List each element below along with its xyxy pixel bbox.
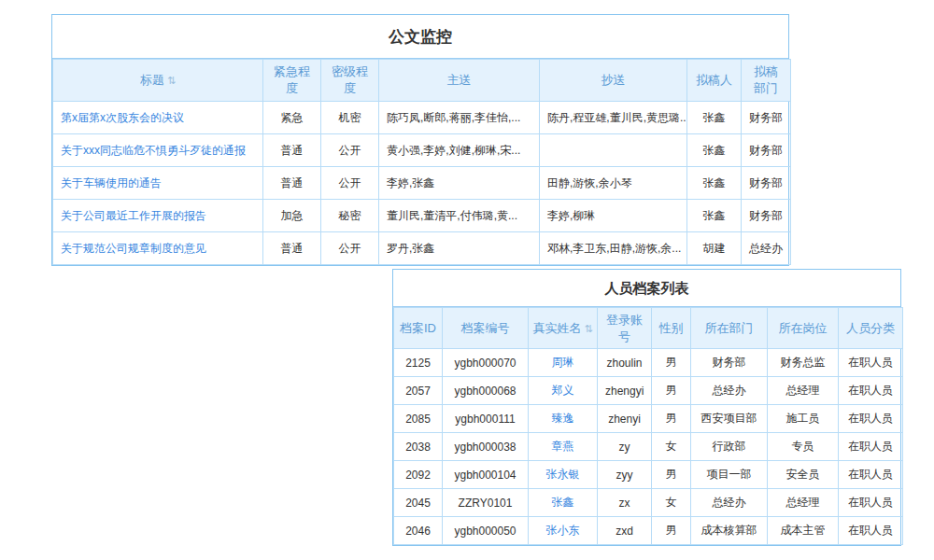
doc-table-row-cell-main_send: 董川民,董清平,付伟璐,黄... bbox=[379, 200, 540, 232]
personnel-col-category-label: 人员分类 bbox=[846, 321, 895, 335]
doc-table-head: 标题⇅ 紧急程度 密级程度 主送 抄送 拟稿人 拟稿部门 bbox=[53, 60, 791, 102]
personnel-table-row-cell-name: 张小东 bbox=[529, 517, 598, 545]
doc-monitor-panel: 公文监控 标题⇅ 紧急程度 密级程度 主送 抄送 拟稿人 拟稿部门 第x届第x次… bbox=[51, 14, 789, 266]
doc-table-row: 关于车辆使用的通告普通公开李婷,张鑫田静,游恢,余小琴张鑫财务部 bbox=[53, 167, 791, 200]
personnel-col-id: 档案ID bbox=[394, 308, 443, 349]
doc-title-link[interactable]: 关于车辆使用的通告 bbox=[61, 176, 162, 189]
personnel-table-row-cell-account: zyy bbox=[598, 461, 652, 489]
doc-title-link[interactable]: 关于xxx同志临危不惧勇斗歹徒的通报 bbox=[61, 144, 246, 157]
personnel-table-row-cell-dept: 总经办 bbox=[691, 377, 768, 405]
doc-table-row-cell-urgency: 普通 bbox=[263, 232, 321, 265]
personnel-table-row-cell-code: ygbh000070 bbox=[443, 349, 529, 377]
doc-table-row-cell-urgency: 普通 bbox=[263, 134, 321, 167]
personnel-table-row: 2092ygbh000104张永银zyy男项目一部安全员在职人员 bbox=[394, 461, 903, 489]
personnel-col-category: 人员分类 bbox=[839, 308, 903, 349]
doc-table-row-cell-dept: 财务部 bbox=[742, 167, 791, 200]
doc-col-dept-label: 拟稿部门 bbox=[754, 64, 778, 95]
doc-table-row-cell-cc: 陈丹,程亚雄,董川民,黄思璐... bbox=[540, 102, 687, 134]
person-name-link[interactable]: 周琳 bbox=[552, 356, 574, 369]
doc-table-row-cell-dept: 财务部 bbox=[742, 200, 791, 232]
doc-table-row-cell-cc: 邓林,李卫东,田静,游恢,余... bbox=[540, 232, 687, 265]
personnel-table-row-cell-dept: 西安项目部 bbox=[691, 405, 768, 433]
doc-col-dept: 拟稿部门 bbox=[742, 60, 791, 102]
doc-col-secrecy-label: 密级程度 bbox=[332, 64, 368, 95]
doc-table-row-cell-title: 关于车辆使用的通告 bbox=[53, 167, 263, 200]
person-name-link[interactable]: 郑义 bbox=[552, 384, 574, 397]
person-name-link[interactable]: 臻逸 bbox=[552, 412, 574, 425]
personnel-table-row-cell-category: 在职人员 bbox=[839, 461, 903, 489]
doc-table-row-cell-urgency: 普通 bbox=[263, 167, 321, 200]
personnel-table-row: 2057ygbh000068郑义zhengyi男总经办总经理在职人员 bbox=[394, 377, 903, 405]
doc-col-urgency-label: 紧急程度 bbox=[274, 64, 310, 95]
personnel-table-row-cell-post: 专员 bbox=[768, 433, 839, 461]
personnel-col-name[interactable]: 真实姓名⇅ bbox=[529, 308, 598, 349]
doc-table-row-cell-title: 关于规范公司规章制度的意见 bbox=[53, 232, 263, 265]
personnel-panel: 人员档案列表 档案ID 档案编号 真实姓名⇅ 登录账号 性别 所在部门 所在岗位… bbox=[392, 269, 901, 546]
sort-icon[interactable]: ⇅ bbox=[584, 322, 592, 336]
personnel-table-row-cell-id: 2057 bbox=[394, 377, 443, 405]
personnel-table-row-cell-code: ygbh000111 bbox=[443, 405, 529, 433]
personnel-col-post: 所在岗位 bbox=[768, 308, 839, 349]
personnel-table-row-cell-id: 2092 bbox=[394, 461, 443, 489]
doc-table-row-cell-urgency: 加急 bbox=[263, 200, 321, 232]
doc-table-row-cell-secrecy: 秘密 bbox=[321, 200, 379, 232]
person-name-link[interactable]: 张鑫 bbox=[552, 496, 574, 509]
doc-table-row: 关于规范公司规章制度的意见普通公开罗丹,张鑫邓林,李卫东,田静,游恢,余...胡… bbox=[53, 232, 791, 265]
personnel-table-row-cell-code: ygbh000038 bbox=[443, 433, 529, 461]
doc-table-row-cell-drafter: 张鑫 bbox=[687, 134, 742, 167]
doc-table-row-cell-main_send: 黄小强,李婷,刘健,柳琳,宋... bbox=[379, 134, 540, 167]
personnel-table-row-cell-gender: 男 bbox=[652, 377, 691, 405]
sort-icon[interactable]: ⇅ bbox=[167, 74, 176, 88]
person-name-link[interactable]: 张小东 bbox=[546, 524, 580, 537]
personnel-table-row-cell-category: 在职人员 bbox=[839, 405, 903, 433]
personnel-table-row-cell-dept: 总经办 bbox=[691, 489, 768, 517]
personnel-table-row-cell-name: 张永银 bbox=[529, 461, 598, 489]
doc-table-row-cell-drafter: 张鑫 bbox=[687, 102, 742, 134]
doc-table-row-cell-secrecy: 机密 bbox=[321, 102, 379, 134]
personnel-table-row-cell-id: 2085 bbox=[394, 405, 443, 433]
doc-table-row-cell-drafter: 胡建 bbox=[687, 232, 742, 265]
personnel-table-row-cell-id: 2046 bbox=[394, 517, 443, 545]
doc-col-main-send: 主送 bbox=[379, 60, 540, 102]
personnel-col-gender: 性别 bbox=[652, 308, 691, 349]
doc-title-link[interactable]: 第x届第x次股东会的决议 bbox=[61, 111, 184, 124]
personnel-table-row-cell-id: 2045 bbox=[394, 489, 443, 517]
doc-table-row-cell-main_send: 陈巧凤,断郎,蒋丽,李佳怡,... bbox=[379, 102, 540, 134]
personnel-table-row-cell-post: 成本主管 bbox=[768, 517, 839, 545]
personnel-table-row-cell-gender: 男 bbox=[652, 461, 691, 489]
doc-table-row-cell-main_send: 罗丹,张鑫 bbox=[379, 232, 540, 265]
doc-col-title[interactable]: 标题⇅ bbox=[53, 60, 263, 102]
personnel-col-dept: 所在部门 bbox=[691, 308, 768, 349]
doc-col-cc: 抄送 bbox=[540, 60, 687, 102]
personnel-table-row-cell-name: 章燕 bbox=[529, 433, 598, 461]
personnel-table-row-cell-post: 财务总监 bbox=[768, 349, 839, 377]
personnel-table-body: 2125ygbh000070周琳zhoulin男财务部财务总监在职人员2057y… bbox=[394, 349, 903, 545]
personnel-table-row-cell-dept: 财务部 bbox=[691, 349, 768, 377]
person-name-link[interactable]: 张永银 bbox=[546, 468, 580, 481]
doc-col-urgency: 紧急程度 bbox=[263, 60, 321, 102]
doc-table-row-cell-urgency: 紧急 bbox=[263, 102, 321, 134]
personnel-col-post-label: 所在岗位 bbox=[779, 321, 828, 335]
doc-table-row-cell-secrecy: 公开 bbox=[321, 232, 379, 265]
doc-col-drafter: 拟稿人 bbox=[687, 60, 742, 102]
doc-title-link[interactable]: 关于公司最近工作开展的报告 bbox=[61, 209, 206, 222]
doc-title-link[interactable]: 关于规范公司规章制度的意见 bbox=[61, 242, 206, 255]
personnel-table-row-cell-code: ygbh000050 bbox=[443, 517, 529, 545]
doc-table-row-cell-title: 关于xxx同志临危不惧勇斗歹徒的通报 bbox=[53, 134, 263, 167]
person-name-link[interactable]: 章燕 bbox=[552, 440, 574, 453]
personnel-table-row-cell-name: 郑义 bbox=[529, 377, 598, 405]
personnel-table-row: 2045ZZRY0101张鑫zx女总经办总经理在职人员 bbox=[394, 489, 903, 517]
personnel-table-row-cell-gender: 男 bbox=[652, 517, 691, 545]
personnel-table-row-cell-gender: 男 bbox=[652, 349, 691, 377]
personnel-table-row: 2038ygbh000038章燕zy女行政部专员在职人员 bbox=[394, 433, 903, 461]
personnel-col-account-label: 登录账号 bbox=[606, 313, 643, 343]
personnel-col-gender-label: 性别 bbox=[659, 321, 684, 335]
personnel-table-row-cell-dept: 成本核算部 bbox=[691, 517, 768, 545]
personnel-table-row-cell-name: 臻逸 bbox=[529, 405, 598, 433]
doc-table-row-cell-drafter: 张鑫 bbox=[687, 167, 742, 200]
doc-col-secrecy: 密级程度 bbox=[321, 60, 379, 102]
doc-table-row-cell-cc bbox=[540, 134, 687, 167]
personnel-col-id-label: 档案ID bbox=[400, 321, 436, 335]
personnel-table-row-cell-post: 总经理 bbox=[768, 489, 839, 517]
doc-table-row-cell-cc: 李婷,柳琳 bbox=[540, 200, 687, 232]
